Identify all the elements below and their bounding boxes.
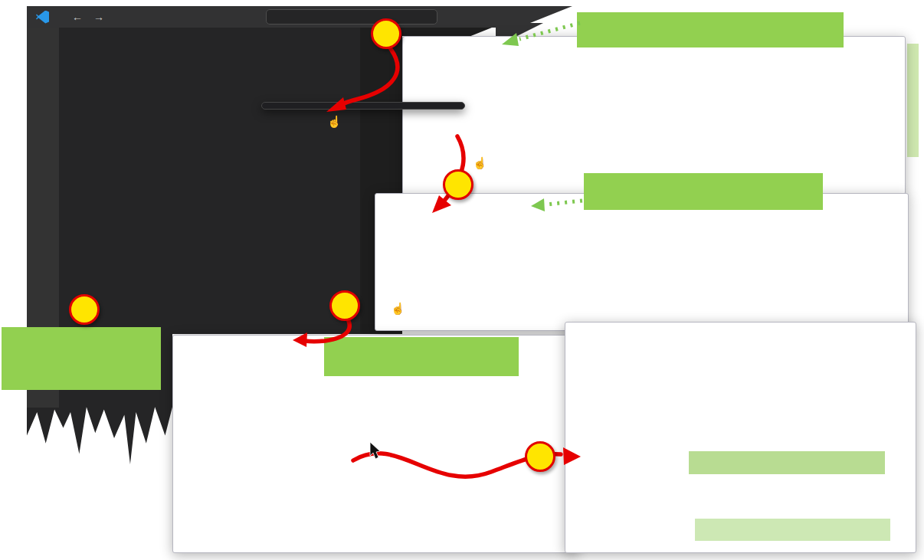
context-menu (261, 102, 465, 110)
forward-icon[interactable]: → (93, 11, 104, 23)
step-circle-9 (329, 290, 360, 321)
vscode-search-box[interactable] (266, 9, 437, 25)
annotation-package-coverage (584, 173, 823, 210)
vscode-titlebar: ← → (27, 6, 496, 28)
annotation-class-coverage (324, 337, 519, 376)
browser-window-compteur (402, 36, 906, 195)
vscode-activity-bar (27, 28, 59, 334)
step-circle-7 (371, 18, 401, 49)
hand-cursor-icon: ☝ (327, 115, 342, 129)
hand-cursor-icon: ☝ (391, 302, 405, 316)
annotation-code-not-executed (689, 451, 885, 474)
back-icon[interactable]: ← (72, 11, 83, 23)
green-strip-decoration (907, 44, 919, 157)
step-circle-8 (443, 169, 473, 200)
browser-window-package (375, 193, 909, 331)
annotation-index-html (577, 12, 844, 47)
hand-cursor-icon: ☝ (473, 156, 487, 170)
explorer-panel (59, 28, 360, 334)
vscode-torn-edge (496, 6, 572, 37)
annotation-code-executed (695, 519, 890, 541)
step-circle-10 (525, 441, 555, 472)
screenshot-canvas: ← → (0, 0, 924, 560)
step-circle-6 (69, 294, 100, 325)
vscode-logo-icon (36, 11, 49, 24)
annotation-open-liveserver (2, 327, 161, 390)
